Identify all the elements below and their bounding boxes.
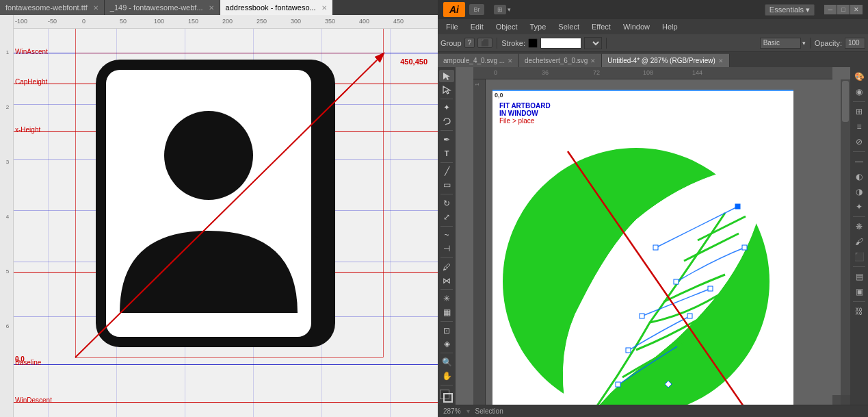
graphic-styles-icon[interactable]: ✦ (852, 200, 866, 214)
menu-help[interactable]: Help (657, 21, 683, 32)
gradient-icon[interactable]: ◐ (852, 170, 866, 184)
maximize-button[interactable]: □ (837, 5, 850, 14)
scrollbar-vertical[interactable] (841, 79, 850, 395)
symbols-icon[interactable]: ❋ (852, 220, 866, 233)
ruler-v-number: 1 (474, 83, 480, 86)
menu-object[interactable]: Object (490, 21, 523, 32)
tab-close-1[interactable]: ✕ (209, 4, 214, 12)
slice-tool[interactable]: ⊡ (439, 325, 454, 337)
tab-close-0[interactable]: ✕ (93, 4, 98, 12)
pen-tool[interactable]: ✒ (439, 134, 454, 146)
ruler-tick-300: 300 (291, 18, 301, 25)
ruler-v-1: 1 (1, 49, 14, 55)
align-icon[interactable]: ≡ (852, 120, 866, 134)
ctrl-isolation[interactable]: ⬛ (477, 38, 492, 48)
essentials-dropdown[interactable]: Essentials ▾ (765, 4, 815, 16)
ruler-v-6: 6 (1, 323, 14, 329)
canvas-ruler-left: 1 (473, 79, 486, 405)
eraser-tool[interactable]: ◈ (439, 338, 454, 351)
doc-tab-ampoule[interactable]: ampoule_4_0.svg ... ✕ (438, 53, 519, 67)
appearance-icon[interactable]: ◑ (852, 185, 866, 199)
bridge-icon[interactable]: Br (469, 4, 484, 15)
zoom-level[interactable]: 287% (443, 407, 461, 415)
scale-tool[interactable]: ⤢ (439, 211, 454, 223)
type-tool[interactable]: T (439, 147, 454, 160)
minimize-button[interactable]: ─ (824, 5, 837, 14)
stroke-panel-icon[interactable]: — (852, 155, 866, 168)
doc-tab-dechetsvert[interactable]: dechetsvert_6_0.svg ✕ (519, 53, 602, 67)
pathfinder-icon[interactable]: ⊘ (852, 135, 866, 149)
doc-tab-untitled[interactable]: Untitled-4* @ 287% (RGB/Preview) ✕ (602, 53, 729, 67)
menu-edit[interactable]: Edit (465, 21, 489, 32)
ai-menubar: File Edit Object Type Select Effect Wind… (438, 19, 868, 34)
tab-addressbook[interactable]: addressbook - fontaweso... ✕ (220, 0, 333, 15)
color-guide-icon[interactable]: ◉ (852, 85, 866, 99)
line-tool[interactable]: ╱ (439, 165, 454, 177)
font-editor-panel: fontawesome-webfont.ttf ✕ _149 - fontawe… (0, 0, 438, 417)
tab-fontawesome-ttf[interactable]: fontawesome-webfont.ttf ✕ (0, 0, 105, 15)
menu-window[interactable]: Window (618, 21, 655, 32)
rotate-tool[interactable]: ↻ (439, 197, 454, 210)
doc-tab-close-0[interactable]: ✕ (508, 58, 513, 64)
magic-wand-tool[interactable]: ✦ (439, 101, 454, 114)
lasso-tool[interactable] (439, 115, 454, 127)
coord-top-right: 450,450 (400, 58, 428, 66)
grid-v-1 (48, 29, 49, 417)
fill-stroke-swatches[interactable] (440, 390, 453, 401)
scrollbar-thumb-v[interactable] (842, 81, 849, 122)
opacity-input[interactable]: 100 (845, 38, 865, 49)
stroke-swatch[interactable] (443, 393, 453, 403)
selection-tool[interactable] (439, 70, 454, 82)
svg-rect-4 (315, 272, 335, 292)
ruler-tick-150: 150 (188, 18, 198, 25)
ai-statusbar: 287% ▾ Selection (438, 405, 868, 417)
artboards-icon[interactable]: ▣ (852, 285, 866, 299)
direct-selection-tool[interactable] (439, 84, 454, 96)
menu-file[interactable]: File (440, 21, 464, 32)
style-dropdown-arrow[interactable]: ▾ (802, 40, 806, 47)
guide-windescent (14, 402, 438, 403)
svg-rect-3 (315, 217, 335, 238)
doc-tab-close-1[interactable]: ✕ (590, 58, 596, 64)
width-tool[interactable]: ⊣ (439, 242, 454, 255)
tab-close-2[interactable]: ✕ (321, 4, 327, 12)
tool-sep-10 (440, 385, 453, 386)
menu-type[interactable]: Type (525, 21, 552, 32)
transform-icon[interactable]: ⊞ (852, 105, 866, 118)
hand-tool[interactable]: ✋ (439, 370, 454, 382)
rectangle-tool[interactable]: ▭ (439, 179, 454, 191)
ruler-tick-250: 250 (257, 18, 267, 25)
arrange-icon[interactable]: ⊞ (494, 5, 506, 14)
svg-rect-13 (640, 314, 644, 318)
stroke-preview[interactable] (540, 38, 581, 49)
zoom-tool[interactable]: 🔍 (439, 356, 454, 368)
doc-tab-close-2[interactable]: ✕ (718, 58, 724, 64)
ruler-tick-50: 50 (120, 18, 127, 25)
ctrl-question[interactable]: ? (464, 38, 475, 48)
close-button[interactable]: ✕ (850, 5, 863, 14)
status-divider: ▾ (466, 407, 470, 415)
chart-tool[interactable]: ▦ (439, 306, 454, 318)
menu-select[interactable]: Select (553, 21, 585, 32)
stroke-select[interactable] (584, 37, 602, 49)
ai-logo: Ai (443, 2, 465, 17)
selection-icon (442, 71, 451, 81)
warp-tool[interactable]: ~ (439, 229, 454, 241)
eyedropper-tool[interactable]: 🖊 (439, 261, 454, 273)
swatches-icon[interactable]: ⬛ (852, 250, 866, 264)
ruler-mark-72: 72 (593, 69, 600, 76)
menu-effect[interactable]: Effect (586, 21, 616, 32)
stroke-color-swatch[interactable] (528, 38, 538, 48)
brushes-icon[interactable]: 🖌 (852, 235, 866, 249)
links-icon[interactable]: ⛓ (852, 305, 866, 318)
tab-149[interactable]: _149 - fontawesome-webf... ✕ (105, 0, 220, 15)
style-input[interactable]: Basic (760, 38, 801, 49)
label-windescent: WinDescent (15, 396, 52, 404)
tab-bar: fontawesome-webfont.ttf ✕ _149 - fontawe… (0, 0, 438, 15)
layers-icon[interactable]: ▤ (852, 270, 866, 283)
color-icon[interactable]: 🎨 (852, 70, 866, 84)
arrange-panels[interactable]: ⊞ ▾ (494, 5, 511, 14)
symbol-tool[interactable]: ✳ (439, 292, 454, 305)
blend-tool[interactable]: ⋈ (439, 275, 454, 287)
guide-baseline-blue (14, 364, 438, 365)
